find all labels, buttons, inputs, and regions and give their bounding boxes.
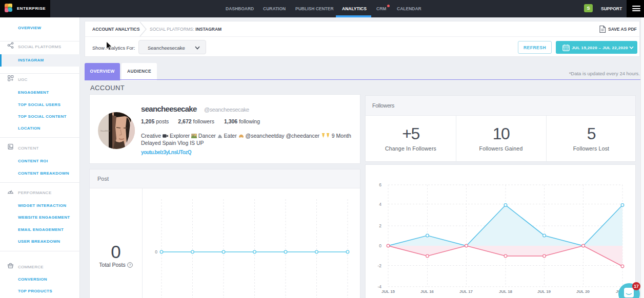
svg-text:-2: -2: [377, 263, 381, 268]
svg-text:JUL 16: JUL 16: [420, 289, 434, 294]
svg-text:JUL 18: JUL 18: [499, 289, 513, 294]
svg-text:JUL 17: JUL 17: [459, 289, 473, 294]
svg-text:0: 0: [155, 249, 157, 254]
svg-text:0: 0: [379, 243, 381, 248]
svg-text:2: 2: [379, 223, 381, 228]
svg-text:?: ?: [129, 263, 131, 267]
svg-text:JUL 20: JUL 20: [576, 289, 590, 294]
svg-text:4: 4: [379, 202, 381, 207]
svg-text:#SeanWithU: #SeanWithU: [100, 130, 110, 132]
svg-text:JUL 15: JUL 15: [381, 289, 395, 294]
svg-text:-4: -4: [377, 284, 381, 289]
svg-text:JUL 19: JUL 19: [537, 289, 551, 294]
svg-text:6: 6: [379, 182, 381, 187]
